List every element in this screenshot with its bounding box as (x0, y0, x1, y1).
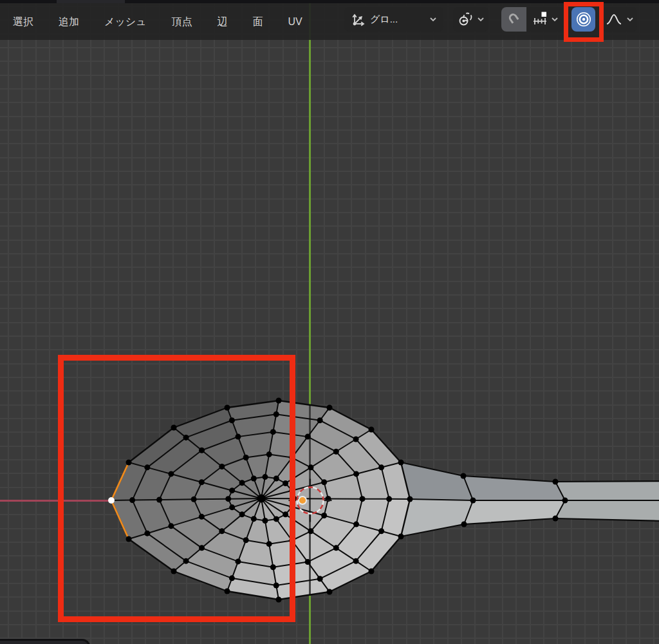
mesh-vertex (321, 513, 327, 518)
pivot-median-icon (458, 12, 473, 27)
proportional-editing-icon (575, 11, 592, 28)
mesh-vertex (378, 464, 384, 470)
proportional-editing-toggle[interactable] (571, 7, 595, 32)
menu-add[interactable]: 追加 (55, 12, 83, 32)
transform-orientation-dropdown[interactable]: グロ... (344, 7, 443, 32)
mesh-vertex (235, 434, 241, 440)
mesh-vertex (225, 496, 231, 502)
mesh-vertex (353, 471, 359, 477)
mesh-vertex (199, 479, 205, 485)
mesh-vertex (229, 504, 235, 510)
mesh-vertex (156, 497, 162, 503)
menu-select[interactable]: 選択 (9, 12, 37, 32)
mesh-vertex (274, 475, 279, 481)
mesh-vertex (369, 427, 375, 433)
mesh-vertex (353, 436, 359, 442)
mesh-vertex (251, 475, 257, 481)
mesh-vertex (398, 460, 404, 466)
menu-bar: 選択追加メッシュ頂点辺面UV (9, 3, 306, 40)
mesh-vertex (333, 449, 339, 455)
mesh-vertex (229, 417, 235, 423)
mesh-vertex (243, 455, 249, 460)
mesh-vertex (353, 558, 359, 564)
menu-face[interactable]: 面 (249, 12, 267, 32)
mesh-vertex (262, 518, 268, 524)
mesh-vertex (327, 405, 333, 411)
mesh-vertex (171, 425, 177, 431)
mesh-vertex (266, 451, 272, 457)
mesh-vertex (183, 435, 189, 440)
mesh-vertex (183, 558, 189, 564)
mesh-vertex (317, 417, 323, 423)
mesh-vertex (219, 464, 225, 469)
mesh-vertex (321, 479, 327, 485)
mesh-vertex (378, 528, 384, 534)
3d-viewport[interactable] (0, 0, 659, 644)
mesh-vertex (274, 412, 279, 417)
mesh-vertex (168, 523, 174, 529)
menu-vertex[interactable]: 頂点 (168, 12, 196, 32)
object-origin (299, 497, 306, 504)
mesh-vertex (126, 460, 132, 466)
snap-toggle-button[interactable] (501, 7, 526, 32)
menu-edge[interactable]: 辺 (214, 12, 232, 32)
chevron-down-icon (551, 17, 559, 22)
mesh-vertex (283, 511, 288, 517)
mesh-vertex (219, 528, 225, 534)
mesh-vertex (199, 514, 205, 520)
mesh-vertex (266, 541, 272, 547)
orientation-axes-icon (351, 12, 366, 27)
mesh-vertex (129, 497, 135, 503)
snap-increment-icon (532, 11, 548, 28)
mesh-vertex (229, 488, 235, 493)
mesh-vertex (553, 516, 559, 522)
transform-orientation-label: グロ... (370, 14, 425, 26)
magnet-icon (506, 12, 522, 27)
mesh-vertex (270, 564, 276, 570)
mesh-vertex (144, 464, 150, 470)
mesh-vertex (262, 474, 268, 480)
mesh-vertex (239, 511, 245, 517)
mesh-vertex (289, 455, 295, 460)
mesh-vertex (239, 480, 245, 486)
mesh-vertex (305, 559, 311, 565)
mesh-vertex (327, 589, 333, 595)
menu-mesh[interactable]: メッシュ (100, 12, 151, 32)
mesh-vertex (229, 575, 235, 581)
menu-uv[interactable]: UV (284, 12, 306, 32)
mesh-vertex (168, 471, 174, 477)
snap-to-dropdown[interactable] (526, 7, 563, 32)
mesh-vertex (274, 583, 279, 589)
mesh-vertex (235, 558, 241, 564)
falloff-dropdown[interactable] (602, 7, 637, 32)
snap-control-group (501, 7, 563, 32)
spoon-handle-face (555, 481, 659, 500)
mesh-vertex (270, 429, 276, 435)
selected-vertex (108, 497, 115, 504)
pivot-point-dropdown[interactable] (453, 7, 488, 32)
mesh-vertex (289, 538, 295, 544)
chevron-down-icon (429, 17, 437, 22)
mesh-vertex (470, 498, 476, 504)
top-edge-strip-segment (57, 0, 125, 3)
mesh-vertex (243, 537, 249, 543)
spoon-handle-face (555, 500, 659, 521)
mesh-vertex (308, 464, 313, 470)
mesh-vertex (191, 497, 197, 502)
viewport-header: 選択追加メッシュ頂点辺面UV グロ... (0, 3, 659, 40)
mesh-vertex (276, 398, 282, 404)
mesh-vertex (398, 534, 404, 540)
mesh-vertex (553, 479, 559, 485)
mesh-vertex (369, 569, 375, 574)
mesh-vertex (276, 597, 282, 603)
mesh-vertex (289, 488, 295, 493)
mesh-vertex (225, 589, 230, 594)
mesh-vertex (386, 496, 392, 502)
mesh-vertex (171, 569, 177, 574)
mesh-pole-vertex (257, 495, 266, 503)
mesh-vertex (126, 536, 132, 542)
chevron-down-icon (626, 17, 634, 22)
mesh-vertex (360, 496, 366, 502)
mesh-vertex (199, 545, 205, 551)
mesh-vertex (317, 576, 323, 582)
